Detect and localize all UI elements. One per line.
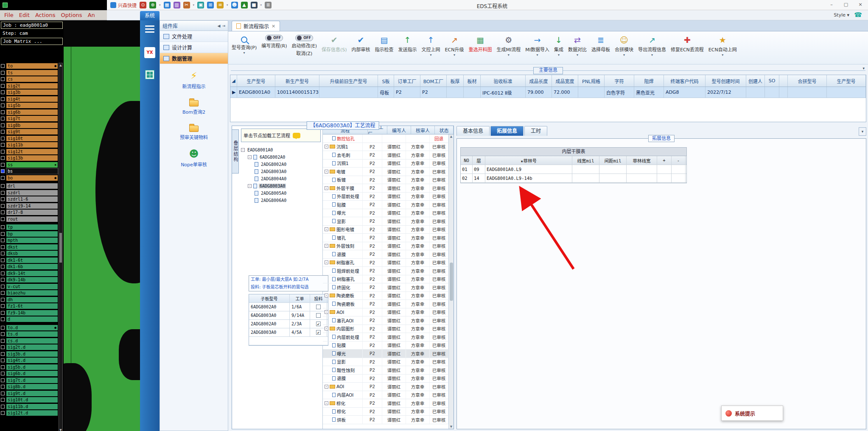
layer-row-sig10t.d[interactable]: sig10t.d — [1, 397, 58, 403]
layer-chip[interactable]: dk1-6t — [6, 257, 58, 263]
layer-checkbox[interactable] — [1, 137, 5, 140]
tree-node-6ADG8002A0[interactable]: -6ADG8002A0 — [241, 154, 321, 161]
detail-tab-基本信息[interactable]: 基本信息 — [456, 126, 490, 136]
film-col-间距mil[interactable]: 间距mil — [599, 156, 627, 165]
subboard-row[interactable]: 6ADG8002A01/6A — [249, 303, 328, 311]
flow-row-退膜[interactable]: 退膜P2谭丽红方章幸已审核 — [323, 250, 448, 259]
scroll-down-icon[interactable]: ▼ — [59, 428, 62, 431]
tree-node-2ADG8005A0[interactable]: 2ADG8005A0 — [241, 190, 321, 197]
menu-item-options[interactable]: Options — [61, 12, 82, 18]
dropdown-icon[interactable]: ▾ — [722, 53, 723, 57]
ribbon-button-指示检查[interactable]: ▤指示检查 — [375, 34, 394, 53]
flow-row-显影[interactable]: 显影P2谭丽红方章幸已审核 — [323, 358, 448, 367]
flow-row-棕化[interactable]: 棕化P2谭丽红方章幸已审核 — [323, 408, 448, 416]
film-col-线宽mil[interactable]: 线宽mil — [572, 156, 599, 165]
tool-新流程指示[interactable]: ⚡新流程指示 — [182, 71, 206, 90]
layer-row-sig4t.d[interactable]: sig4t.d — [1, 357, 58, 364]
layer-chip[interactable]: bo● — [6, 175, 58, 181]
layer-checkbox[interactable] — [1, 311, 5, 315]
tree-node-6ADG8003A0[interactable]: -6ADG8003A0 — [241, 182, 321, 190]
layer-row-sig4t[interactable]: sig4t — [1, 96, 58, 103]
dropdown-icon[interactable]: ▾ — [623, 53, 625, 57]
layer-chip[interactable]: szdrl1-6 — [6, 196, 58, 202]
layer-checkbox[interactable] — [1, 372, 5, 375]
layer-chip[interactable]: sig9t — [6, 129, 58, 134]
scroll-thumb[interactable] — [450, 263, 453, 301]
layer-checkbox[interactable] — [1, 197, 5, 201]
layer-checkbox[interactable] — [1, 77, 5, 81]
tree-node-2ADG8004A0[interactable]: 2ADG8004A0 — [241, 175, 321, 182]
layer-row-sig8b.d[interactable]: sig8b.d — [1, 383, 58, 390]
flow-row-内层图形[interactable]: -内层图形P2谭丽红方章幸已审核 — [323, 325, 448, 333]
layer-chip[interactable]: sig3b — [6, 90, 58, 95]
layer-row-bp[interactable]: bp — [1, 231, 58, 238]
expander-icon[interactable]: - — [248, 184, 252, 188]
layer-row-ss[interactable]: ss▪ — [1, 162, 58, 168]
layer-row-mpth[interactable]: mpth — [1, 237, 58, 244]
layer-checkbox[interactable] — [1, 156, 5, 160]
layer-row-to.d[interactable]: to.d● — [1, 325, 58, 331]
layer-chip[interactable]: dkst — [6, 244, 58, 250]
grid-tool-icon[interactable] — [145, 70, 154, 79]
group-设计计算[interactable]: 设计计算 — [160, 42, 228, 53]
layer-row-sig9t.d[interactable]: sig9t.d — [1, 390, 58, 397]
col-header-验收标准[interactable]: 验收标准 — [481, 75, 526, 87]
main-info-data-row[interactable]: ▶EADG8001A010011400015173母板P2P2IPC-6012 … — [230, 87, 866, 98]
layer-checkbox[interactable] — [1, 191, 5, 195]
layer-row-to[interactable]: to● — [1, 63, 58, 70]
flow-row-AOI[interactable]: -AOIP2谭丽红方章幸已审核 — [323, 308, 448, 317]
stackup-side-tab[interactable]: 叠层结构 — [232, 129, 239, 174]
layer-checkbox[interactable] — [1, 204, 5, 208]
dropdown-icon[interactable]: ▾ — [454, 53, 455, 57]
flow-row-去毛刺[interactable]: 去毛刺P2谭丽红方章幸已审核 — [323, 151, 448, 160]
flow-row-树脂塞孔[interactable]: 树脂塞孔P2谭丽红方章幸已审核 — [323, 275, 448, 284]
layer-checkbox[interactable] — [1, 285, 5, 288]
dropdown-icon[interactable]: ▾ — [227, 3, 228, 7]
layer-checkbox[interactable] — [1, 326, 5, 330]
menu-item-edit[interactable]: Edit — [19, 12, 30, 18]
flow-col-编写人[interactable]: 编写人 — [387, 126, 411, 134]
layer-checkbox[interactable] — [1, 64, 5, 68]
flow-scrollbar[interactable]: ▲ ▼ — [448, 134, 454, 429]
close-button[interactable]: × — [854, 1, 866, 8]
feed-checkbox[interactable]: ✔ — [316, 322, 321, 326]
flow-row-板镀[interactable]: 板镀P2谭丽红方章幸已审核 — [323, 176, 448, 185]
expander-icon[interactable]: - — [325, 294, 328, 297]
layer-chip[interactable]: to.d● — [6, 325, 58, 330]
expander-icon[interactable]: - — [325, 227, 328, 231]
layer-checkbox[interactable] — [1, 405, 5, 409]
layer-chip[interactable]: mpth — [6, 238, 58, 243]
layer-chip[interactable]: sig11b — [6, 142, 58, 148]
col-header-新生产型号[interactable]: 新生产型号 — [275, 75, 319, 87]
expander-icon[interactable]: - — [325, 260, 328, 264]
menu-icon[interactable]: ≣ — [265, 2, 272, 8]
rows-icon[interactable]: ≡ — [217, 2, 224, 8]
layer-row-sig7t.d[interactable]: sig7t.d — [1, 377, 58, 384]
layer-chip[interactable]: bs — [6, 168, 58, 174]
detail-tabs-dropdown-icon[interactable]: ▾ — [859, 127, 866, 136]
ribbon-button-ECN升级[interactable]: ↗ECN升级▾ — [445, 34, 464, 57]
layer-checkbox[interactable] — [1, 176, 5, 180]
layer-row-ts.d[interactable]: ts.d — [1, 331, 58, 338]
layer-row-sig2t[interactable]: sig2t — [1, 83, 58, 90]
group-文件处理[interactable]: 文件处理 — [160, 31, 228, 42]
layer-chip[interactable]: drl — [6, 183, 58, 189]
ribbon-button-型号查询(P)[interactable]: 型号查询(P)▾ — [232, 34, 257, 55]
scroll-up-icon[interactable]: ▲ — [450, 135, 452, 138]
layer-row-sig13b[interactable]: sig13b — [1, 155, 58, 162]
layer-row-sig6b.d[interactable]: sig6b.d — [1, 370, 58, 377]
row-selector[interactable]: ▶ — [230, 87, 237, 98]
feed-checkbox[interactable]: ✔ — [316, 330, 321, 335]
scroll-down-icon[interactable]: ▼ — [450, 425, 452, 428]
layer-chip[interactable]: sig6b — [6, 109, 58, 115]
tree-node-2ADG8002A0[interactable]: 2ADG8002A0 — [241, 161, 321, 168]
layer-checkbox[interactable] — [1, 317, 5, 321]
expander-icon[interactable]: - — [325, 145, 328, 148]
col-header-板材[interactable]: 板材 — [464, 75, 481, 87]
layer-checkbox[interactable] — [1, 143, 5, 147]
ribbon-button-重选开料图[interactable]: ▦重选开料图 — [468, 34, 492, 53]
layer-chip[interactable]: rout — [6, 216, 58, 222]
layer-chip[interactable]: dk1-6b — [6, 264, 58, 269]
layer-checkbox[interactable] — [1, 265, 5, 269]
layer-row-d[interactable]: d — [1, 316, 58, 323]
